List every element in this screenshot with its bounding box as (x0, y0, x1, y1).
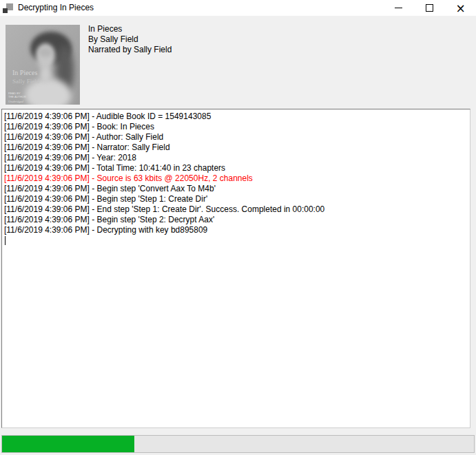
book-info: In Pieces By Sally Field Narrated by Sal… (88, 24, 172, 55)
log-line: [11/6/2019 4:39:06 PM] - Year: 2018 (4, 153, 468, 163)
maximize-button[interactable] (414, 0, 445, 16)
cover-edition: Unabridged (8, 100, 23, 103)
app-window: Decrypting In Pieces × (0, 0, 476, 455)
log-line: [11/6/2019 4:39:06 PM] - Begin step 'Con… (4, 184, 468, 194)
cover-author: Sally Field (12, 78, 40, 85)
cover-tagline-2: THE AUTHOR (8, 95, 26, 98)
log-line: [11/6/2019 4:39:06 PM] - Author: Sally F… (4, 132, 468, 142)
log-line: [11/6/2019 4:39:06 PM] - Decrypting with… (4, 225, 468, 235)
minimize-icon (395, 8, 402, 8)
log-output[interactable]: [11/6/2019 4:39:06 PM] - Audible Book ID… (1, 109, 470, 428)
title-bar[interactable]: Decrypting In Pieces × (0, 0, 476, 16)
log-line-error: [11/6/2019 4:39:06 PM] - Source is 63 kb… (4, 173, 468, 184)
minimize-button[interactable] (383, 0, 414, 16)
app-icon (3, 3, 14, 14)
maximize-icon (426, 4, 433, 12)
log-line: [11/6/2019 4:39:06 PM] - Book: In Pieces (4, 122, 468, 132)
book-narrator-label: Narrated by Sally Field (88, 45, 172, 55)
book-author-label: By Sally Field (88, 34, 172, 45)
app-icon-dark-square (3, 8, 8, 13)
progress-bar (1, 435, 475, 453)
book-title-label: In Pieces (88, 24, 172, 34)
log-line: [11/6/2019 4:39:06 PM] - Total Time: 10:… (4, 163, 468, 173)
book-cover-image: In Pieces Sally Field READ BY THE AUTHOR… (6, 25, 80, 105)
window-title: Decrypting In Pieces (18, 0, 94, 16)
log-line: [11/6/2019 4:39:06 PM] - End step 'Step … (4, 204, 468, 215)
log-line: [11/6/2019 4:39:06 PM] - Narrator: Sally… (4, 142, 468, 153)
log-line: [11/6/2019 4:39:06 PM] - Begin step 'Ste… (4, 194, 468, 204)
cover-title: In Pieces (12, 69, 37, 76)
close-button[interactable]: × (445, 0, 476, 16)
progress-fill (2, 436, 134, 452)
window-controls: × (383, 0, 476, 16)
log-line: [11/6/2019 4:39:06 PM] - Begin step 'Ste… (4, 215, 468, 225)
book-cover-art: In Pieces Sally Field READ BY THE AUTHOR… (6, 25, 80, 105)
log-line: [11/6/2019 4:39:06 PM] - Audible Book ID… (4, 112, 468, 122)
text-caret (5, 236, 6, 245)
